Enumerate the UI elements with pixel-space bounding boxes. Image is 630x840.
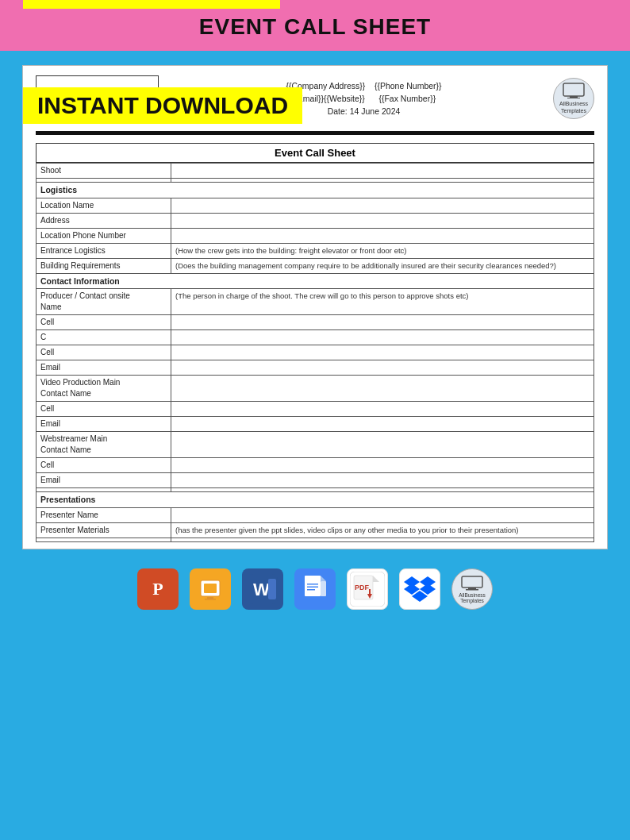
table-row: Producer / Contact onsiteName (The perso… [36,289,594,315]
docs-icon-box [294,568,336,610]
slides-icon-box [190,568,231,610]
allbusiness-icon: AllBusinessTemplates [451,568,493,610]
section-header-logistics: Logistics [36,183,594,198]
table-and-overlays: NO SUBSCRIPTION INSTANT DOWNLOAD Event C… [23,143,607,542]
svg-rect-2 [567,98,580,98]
table-row: Location Phone Number [36,228,594,243]
word-icon: W [242,568,283,610]
svg-rect-13 [307,584,318,585]
pdf-icon: PDF [347,568,388,610]
dropbox-icon-box [399,568,440,610]
doc-divider [36,131,594,135]
allbusiness-icon-box: AllBusinessTemplates [451,568,493,610]
svg-rect-5 [207,597,213,599]
page-title: EVENT CALL SHEET [0,14,630,40]
monitor-icon [562,83,586,98]
table-row: Cell [36,458,594,473]
table-row: Video Production MainContact Name [36,376,594,402]
table-row: Entrance Logistics (How the crew gets in… [36,243,594,258]
icons-bar: P W [0,559,630,615]
svg-rect-12 [321,581,326,596]
table-row: Shoot [36,164,594,179]
svg-rect-21 [369,589,371,595]
table-row: C [36,330,594,345]
table-row: Cell [36,402,594,417]
svg-text:PDF: PDF [355,584,370,591]
powerpoint-icon-box: P [137,568,179,610]
table-row: Webstreamer MainContact Name [36,432,594,458]
no-subscription-banner: NO SUBSCRIPTION [23,0,280,9]
svg-rect-28 [468,588,476,589]
table-area: Event Call Sheet Shoot Logistics [36,143,594,542]
svg-rect-15 [307,589,315,591]
svg-text:W: W [253,580,270,599]
allbusiness-logo: AllBusinessTemplates [553,78,594,119]
table-row: Building Requirements (Does the building… [36,258,594,273]
table-row: Location Name [36,198,594,213]
document-wrapper: Company Logo {{Company Address}} {{Phone… [22,65,608,549]
table-row: Presenter Name [36,508,594,523]
table-row [36,538,594,542]
instant-download-banner: INSTANT DOWNLOAD [23,87,302,124]
section-header-contact: Contact Information [36,273,594,289]
pdf-icon-box: PDF [347,568,388,610]
svg-marker-11 [321,576,326,581]
table-row: Email [36,473,594,488]
word-icon-box: W [242,568,283,610]
dropbox-icon [399,568,440,610]
table-row: Email [36,417,594,432]
table-row: Email [36,360,594,376]
table-row: Cell [36,345,594,360]
event-call-sheet-table: Shoot Logistics Location Name [36,163,594,542]
svg-rect-9 [268,579,276,599]
powerpoint-icon: P [137,568,179,610]
slides-icon [190,568,231,610]
svg-rect-10 [305,576,321,596]
svg-rect-27 [462,576,482,588]
monitor-small-icon [461,576,483,591]
docs-icon [294,568,336,610]
section-header-presentations: Presentations [36,492,594,508]
table-row: Presenter Materials (has the presenter g… [36,523,594,538]
table-row: Address [36,213,594,228]
svg-rect-29 [466,589,478,591]
table-row: Cell [36,315,594,330]
svg-rect-1 [570,96,578,98]
table-title: Event Call Sheet [36,143,594,163]
svg-rect-4 [204,584,217,593]
svg-rect-6 [205,599,216,600]
svg-rect-0 [563,83,584,96]
svg-rect-14 [307,587,318,588]
